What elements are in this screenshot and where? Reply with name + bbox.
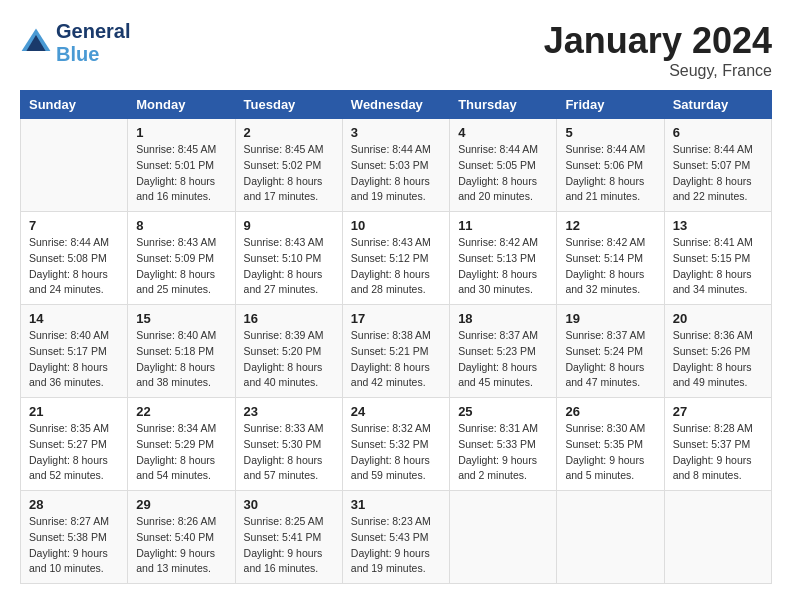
day-number: 17 bbox=[351, 311, 441, 326]
day-number: 18 bbox=[458, 311, 548, 326]
column-header-wednesday: Wednesday bbox=[342, 91, 449, 119]
day-number: 19 bbox=[565, 311, 655, 326]
calendar-cell: 8Sunrise: 8:43 AMSunset: 5:09 PMDaylight… bbox=[128, 212, 235, 305]
day-number: 8 bbox=[136, 218, 226, 233]
logo-text-line2: Blue bbox=[56, 43, 130, 66]
calendar-cell: 22Sunrise: 8:34 AMSunset: 5:29 PMDayligh… bbox=[128, 398, 235, 491]
column-header-thursday: Thursday bbox=[450, 91, 557, 119]
calendar-cell: 27Sunrise: 8:28 AMSunset: 5:37 PMDayligh… bbox=[664, 398, 771, 491]
calendar-table: SundayMondayTuesdayWednesdayThursdayFrid… bbox=[20, 90, 772, 584]
calendar-cell: 18Sunrise: 8:37 AMSunset: 5:23 PMDayligh… bbox=[450, 305, 557, 398]
day-info: Sunrise: 8:34 AMSunset: 5:29 PMDaylight:… bbox=[136, 421, 226, 484]
calendar-cell: 24Sunrise: 8:32 AMSunset: 5:32 PMDayligh… bbox=[342, 398, 449, 491]
week-row-1: 1Sunrise: 8:45 AMSunset: 5:01 PMDaylight… bbox=[21, 119, 772, 212]
day-number: 31 bbox=[351, 497, 441, 512]
day-number: 2 bbox=[244, 125, 334, 140]
logo: General Blue bbox=[20, 20, 130, 66]
day-number: 21 bbox=[29, 404, 119, 419]
day-info: Sunrise: 8:39 AMSunset: 5:20 PMDaylight:… bbox=[244, 328, 334, 391]
day-number: 3 bbox=[351, 125, 441, 140]
day-info: Sunrise: 8:36 AMSunset: 5:26 PMDaylight:… bbox=[673, 328, 763, 391]
column-header-sunday: Sunday bbox=[21, 91, 128, 119]
calendar-cell: 29Sunrise: 8:26 AMSunset: 5:40 PMDayligh… bbox=[128, 491, 235, 584]
day-number: 26 bbox=[565, 404, 655, 419]
day-number: 1 bbox=[136, 125, 226, 140]
calendar-cell: 26Sunrise: 8:30 AMSunset: 5:35 PMDayligh… bbox=[557, 398, 664, 491]
day-number: 9 bbox=[244, 218, 334, 233]
calendar-cell: 10Sunrise: 8:43 AMSunset: 5:12 PMDayligh… bbox=[342, 212, 449, 305]
calendar-cell: 31Sunrise: 8:23 AMSunset: 5:43 PMDayligh… bbox=[342, 491, 449, 584]
location: Seugy, France bbox=[544, 62, 772, 80]
day-number: 15 bbox=[136, 311, 226, 326]
calendar-cell: 9Sunrise: 8:43 AMSunset: 5:10 PMDaylight… bbox=[235, 212, 342, 305]
column-header-friday: Friday bbox=[557, 91, 664, 119]
column-header-saturday: Saturday bbox=[664, 91, 771, 119]
page-header: General Blue January 2024 Seugy, France bbox=[20, 20, 772, 80]
day-info: Sunrise: 8:45 AMSunset: 5:01 PMDaylight:… bbox=[136, 142, 226, 205]
calendar-cell: 20Sunrise: 8:36 AMSunset: 5:26 PMDayligh… bbox=[664, 305, 771, 398]
day-number: 13 bbox=[673, 218, 763, 233]
week-row-5: 28Sunrise: 8:27 AMSunset: 5:38 PMDayligh… bbox=[21, 491, 772, 584]
day-number: 28 bbox=[29, 497, 119, 512]
day-info: Sunrise: 8:32 AMSunset: 5:32 PMDaylight:… bbox=[351, 421, 441, 484]
day-number: 30 bbox=[244, 497, 334, 512]
day-info: Sunrise: 8:31 AMSunset: 5:33 PMDaylight:… bbox=[458, 421, 548, 484]
day-number: 6 bbox=[673, 125, 763, 140]
day-info: Sunrise: 8:26 AMSunset: 5:40 PMDaylight:… bbox=[136, 514, 226, 577]
day-info: Sunrise: 8:43 AMSunset: 5:09 PMDaylight:… bbox=[136, 235, 226, 298]
day-number: 22 bbox=[136, 404, 226, 419]
day-info: Sunrise: 8:25 AMSunset: 5:41 PMDaylight:… bbox=[244, 514, 334, 577]
calendar-cell: 5Sunrise: 8:44 AMSunset: 5:06 PMDaylight… bbox=[557, 119, 664, 212]
week-row-4: 21Sunrise: 8:35 AMSunset: 5:27 PMDayligh… bbox=[21, 398, 772, 491]
day-info: Sunrise: 8:33 AMSunset: 5:30 PMDaylight:… bbox=[244, 421, 334, 484]
day-number: 24 bbox=[351, 404, 441, 419]
logo-text-line1: General bbox=[56, 20, 130, 43]
day-info: Sunrise: 8:45 AMSunset: 5:02 PMDaylight:… bbox=[244, 142, 334, 205]
calendar-cell: 23Sunrise: 8:33 AMSunset: 5:30 PMDayligh… bbox=[235, 398, 342, 491]
day-number: 27 bbox=[673, 404, 763, 419]
day-info: Sunrise: 8:35 AMSunset: 5:27 PMDaylight:… bbox=[29, 421, 119, 484]
week-row-3: 14Sunrise: 8:40 AMSunset: 5:17 PMDayligh… bbox=[21, 305, 772, 398]
calendar-cell: 1Sunrise: 8:45 AMSunset: 5:01 PMDaylight… bbox=[128, 119, 235, 212]
title-block: January 2024 Seugy, France bbox=[544, 20, 772, 80]
day-number: 11 bbox=[458, 218, 548, 233]
day-number: 12 bbox=[565, 218, 655, 233]
day-info: Sunrise: 8:43 AMSunset: 5:12 PMDaylight:… bbox=[351, 235, 441, 298]
day-number: 29 bbox=[136, 497, 226, 512]
day-info: Sunrise: 8:41 AMSunset: 5:15 PMDaylight:… bbox=[673, 235, 763, 298]
calendar-cell: 19Sunrise: 8:37 AMSunset: 5:24 PMDayligh… bbox=[557, 305, 664, 398]
day-info: Sunrise: 8:44 AMSunset: 5:08 PMDaylight:… bbox=[29, 235, 119, 298]
calendar-cell: 3Sunrise: 8:44 AMSunset: 5:03 PMDaylight… bbox=[342, 119, 449, 212]
logo-icon bbox=[20, 27, 52, 59]
day-info: Sunrise: 8:30 AMSunset: 5:35 PMDaylight:… bbox=[565, 421, 655, 484]
day-info: Sunrise: 8:37 AMSunset: 5:23 PMDaylight:… bbox=[458, 328, 548, 391]
day-number: 4 bbox=[458, 125, 548, 140]
day-number: 20 bbox=[673, 311, 763, 326]
day-info: Sunrise: 8:44 AMSunset: 5:07 PMDaylight:… bbox=[673, 142, 763, 205]
day-number: 10 bbox=[351, 218, 441, 233]
calendar-cell: 21Sunrise: 8:35 AMSunset: 5:27 PMDayligh… bbox=[21, 398, 128, 491]
day-info: Sunrise: 8:37 AMSunset: 5:24 PMDaylight:… bbox=[565, 328, 655, 391]
calendar-cell: 17Sunrise: 8:38 AMSunset: 5:21 PMDayligh… bbox=[342, 305, 449, 398]
day-info: Sunrise: 8:44 AMSunset: 5:05 PMDaylight:… bbox=[458, 142, 548, 205]
calendar-cell: 28Sunrise: 8:27 AMSunset: 5:38 PMDayligh… bbox=[21, 491, 128, 584]
calendar-cell: 13Sunrise: 8:41 AMSunset: 5:15 PMDayligh… bbox=[664, 212, 771, 305]
calendar-cell: 4Sunrise: 8:44 AMSunset: 5:05 PMDaylight… bbox=[450, 119, 557, 212]
day-number: 25 bbox=[458, 404, 548, 419]
calendar-cell bbox=[664, 491, 771, 584]
day-number: 5 bbox=[565, 125, 655, 140]
calendar-cell: 15Sunrise: 8:40 AMSunset: 5:18 PMDayligh… bbox=[128, 305, 235, 398]
calendar-cell: 11Sunrise: 8:42 AMSunset: 5:13 PMDayligh… bbox=[450, 212, 557, 305]
column-header-tuesday: Tuesday bbox=[235, 91, 342, 119]
day-info: Sunrise: 8:23 AMSunset: 5:43 PMDaylight:… bbox=[351, 514, 441, 577]
calendar-cell: 30Sunrise: 8:25 AMSunset: 5:41 PMDayligh… bbox=[235, 491, 342, 584]
day-info: Sunrise: 8:40 AMSunset: 5:17 PMDaylight:… bbox=[29, 328, 119, 391]
calendar-cell: 12Sunrise: 8:42 AMSunset: 5:14 PMDayligh… bbox=[557, 212, 664, 305]
calendar-cell bbox=[21, 119, 128, 212]
day-info: Sunrise: 8:38 AMSunset: 5:21 PMDaylight:… bbox=[351, 328, 441, 391]
column-header-monday: Monday bbox=[128, 91, 235, 119]
calendar-cell: 7Sunrise: 8:44 AMSunset: 5:08 PMDaylight… bbox=[21, 212, 128, 305]
day-number: 16 bbox=[244, 311, 334, 326]
day-number: 23 bbox=[244, 404, 334, 419]
calendar-cell: 14Sunrise: 8:40 AMSunset: 5:17 PMDayligh… bbox=[21, 305, 128, 398]
